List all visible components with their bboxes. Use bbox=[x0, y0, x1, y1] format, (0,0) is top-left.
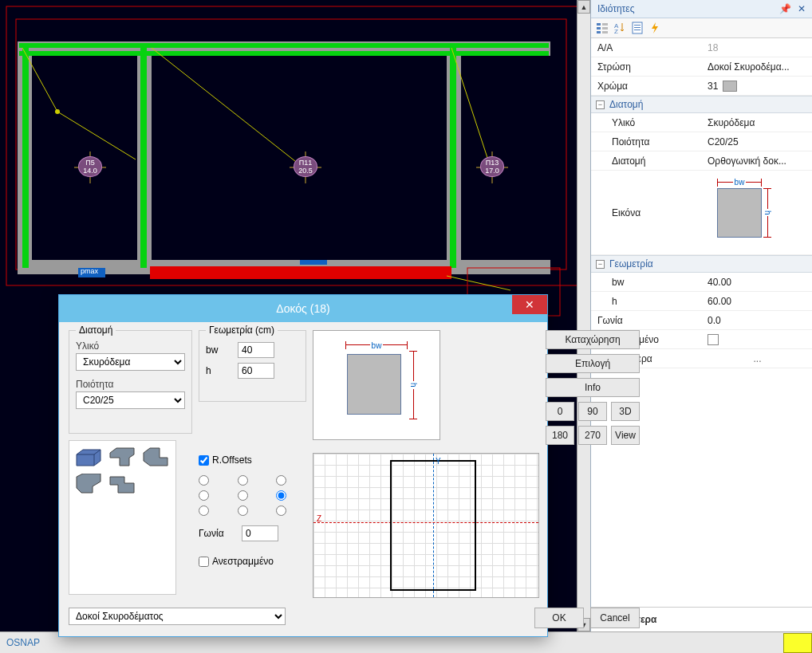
offset-bot-radios bbox=[199, 505, 286, 516]
collapse-icon[interactable]: − bbox=[596, 100, 605, 109]
section-z-icon[interactable] bbox=[108, 473, 136, 495]
lightning-icon[interactable] bbox=[648, 22, 661, 34]
pmax-label: pmax bbox=[81, 267, 98, 275]
tag-value: 14.0 bbox=[83, 167, 97, 175]
view-3d-button[interactable]: 3D bbox=[611, 402, 640, 421]
section-group: Διατομή Υλικό Σκυρόδεμα Ποιότητα C20/25 bbox=[69, 330, 192, 434]
svg-rect-23 bbox=[597, 27, 601, 30]
pin-icon[interactable]: 📌 bbox=[779, 3, 791, 14]
offset-radio[interactable] bbox=[199, 505, 209, 516]
prop-value-section[interactable]: Ορθογωνική δοκ... bbox=[703, 153, 812, 169]
bw-dim-label: bw bbox=[370, 341, 384, 350]
prop-value-bw[interactable]: 40.00 bbox=[703, 274, 812, 290]
section-rect-icon[interactable] bbox=[74, 446, 103, 468]
view-button[interactable]: View bbox=[611, 426, 640, 445]
svg-point-18 bbox=[55, 109, 60, 114]
bw-input[interactable] bbox=[238, 342, 274, 358]
svg-rect-25 bbox=[602, 23, 608, 26]
close-icon[interactable]: ✕ bbox=[798, 3, 806, 14]
prop-value-image: bw h bbox=[703, 176, 812, 250]
dialog-title-text: Δοκός (18) bbox=[276, 302, 329, 315]
tag-value: 20.5 bbox=[298, 167, 313, 175]
section-l-icon[interactable] bbox=[141, 446, 170, 468]
filter-icon[interactable] bbox=[631, 22, 644, 34]
bw-dim-label: bw bbox=[733, 178, 747, 187]
offset-radio[interactable] bbox=[199, 475, 209, 486]
prop-label-quality: Ποιότητα bbox=[591, 134, 703, 150]
properties-toolbar: AZ bbox=[591, 18, 812, 38]
prop-value-angle[interactable]: 0.0 bbox=[703, 313, 812, 328]
section-t-icon[interactable] bbox=[108, 446, 136, 468]
osnap-toggle[interactable]: OSNAP bbox=[0, 634, 46, 651]
material-label: Υλικό bbox=[76, 340, 185, 352]
svg-rect-32 bbox=[634, 27, 641, 28]
dialog-close-button[interactable]: ✕ bbox=[512, 295, 547, 314]
svg-rect-33 bbox=[634, 30, 641, 30]
checkbox-icon[interactable] bbox=[708, 334, 719, 345]
prop-value-more[interactable]: ... bbox=[703, 351, 812, 367]
column-tag[interactable]: Π13 17.0 bbox=[480, 156, 504, 177]
offset-radio[interactable] bbox=[199, 490, 209, 501]
ok-button[interactable]: OK bbox=[534, 608, 584, 628]
prop-label-material: Υλικό bbox=[591, 115, 703, 131]
prop-value-color[interactable]: 31 bbox=[703, 78, 812, 94]
info-button[interactable]: Info bbox=[546, 378, 640, 397]
canvas-scrollbar[interactable]: ▲ ▼ bbox=[577, 0, 590, 631]
rotate-0-button[interactable]: 0 bbox=[546, 402, 574, 421]
column-tag[interactable]: Π11 20.5 bbox=[294, 156, 317, 177]
rotate-90-button[interactable]: 90 bbox=[578, 402, 607, 421]
register-button[interactable]: Καταχώρηση bbox=[546, 330, 640, 349]
roffsets-label: R.Offsets bbox=[212, 454, 252, 466]
offset-radio[interactable] bbox=[238, 475, 248, 486]
color-swatch bbox=[723, 81, 737, 92]
roffsets-checkbox[interactable] bbox=[199, 455, 209, 466]
prop-label-section: Διατομή bbox=[591, 153, 703, 169]
prop-label-angle: Γωνία bbox=[591, 313, 703, 328]
prop-group-section[interactable]: − Διατομή bbox=[591, 96, 812, 113]
offset-radio[interactable] bbox=[276, 490, 286, 501]
collapse-icon[interactable]: − bbox=[596, 260, 605, 269]
column-tag[interactable]: Π5 14.0 bbox=[78, 156, 102, 177]
h-input[interactable] bbox=[238, 363, 274, 379]
properties-header: Ιδιότητες 📌 ✕ bbox=[591, 0, 812, 18]
sort-az-icon[interactable]: AZ bbox=[613, 22, 626, 34]
svg-rect-27 bbox=[602, 31, 608, 33]
cancel-button[interactable]: Cancel bbox=[590, 608, 640, 628]
svg-rect-12 bbox=[150, 266, 451, 279]
svg-rect-21 bbox=[300, 260, 327, 265]
prop-value-material[interactable]: Σκυρόδεμα bbox=[703, 115, 812, 131]
rotate-270-button[interactable]: 270 bbox=[578, 426, 607, 445]
offset-top-radios bbox=[199, 475, 286, 486]
prop-group-geometry[interactable]: − Γεωμετρία bbox=[591, 255, 812, 273]
categorize-icon[interactable] bbox=[596, 22, 609, 34]
geometry-group: Γεωμετρία (cm) bw h bbox=[199, 330, 306, 402]
rotate-180-button[interactable]: 180 bbox=[546, 426, 574, 445]
offset-radio[interactable] bbox=[238, 490, 248, 501]
offset-radio[interactable] bbox=[238, 505, 248, 516]
prop-label-color: Χρώμα bbox=[591, 78, 703, 94]
type-select[interactable]: Δοκοί Σκυροδέματος bbox=[69, 608, 286, 625]
svg-line-17 bbox=[447, 276, 510, 290]
dialog-titlebar[interactable]: Δοκός (18) ✕ bbox=[59, 295, 547, 322]
material-select[interactable]: Σκυρόδεμα bbox=[76, 353, 185, 371]
prop-value-layer[interactable]: Δοκοί Σκυροδέμα... bbox=[703, 59, 812, 75]
svg-rect-8 bbox=[19, 51, 549, 56]
prop-value-h[interactable]: 60.00 bbox=[703, 293, 812, 309]
angle-input[interactable] bbox=[242, 525, 278, 541]
svg-rect-31 bbox=[634, 25, 641, 26]
prop-value-flip[interactable] bbox=[703, 332, 812, 348]
prop-value-quality[interactable]: C20/25 bbox=[703, 134, 812, 150]
properties-panel: Ιδιότητες 📌 ✕ AZ Α/Α 18 Στρώση Δοκοί Σκυ… bbox=[590, 0, 812, 631]
section-invl-icon[interactable] bbox=[74, 473, 103, 495]
tag-name: Π13 bbox=[486, 159, 499, 167]
flip-checkbox[interactable] bbox=[199, 557, 209, 567]
select-button[interactable]: Επιλογή bbox=[546, 354, 640, 373]
beam-dialog: Δοκός (18) ✕ Διατομή Υλικό Σκυρόδεμα Ποι… bbox=[58, 294, 548, 637]
scroll-up-icon[interactable]: ▲ bbox=[577, 0, 590, 14]
quality-select[interactable]: C20/25 bbox=[76, 391, 185, 409]
offset-radio[interactable] bbox=[276, 475, 286, 486]
prop-label-layer: Στρώση bbox=[591, 59, 703, 75]
h-dim-label: h bbox=[409, 381, 418, 389]
h-label: h bbox=[206, 365, 230, 376]
offset-radio[interactable] bbox=[276, 505, 286, 516]
